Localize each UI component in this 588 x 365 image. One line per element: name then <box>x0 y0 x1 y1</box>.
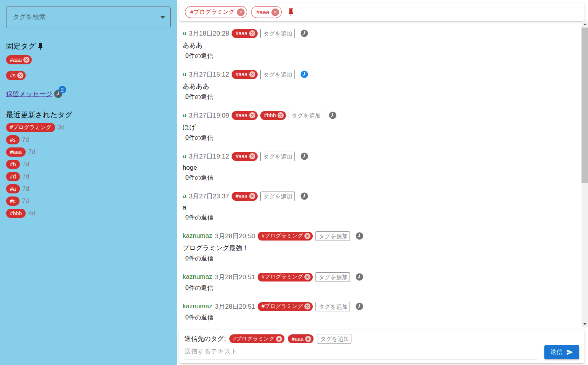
tag-chip[interactable]: #c <box>6 196 20 206</box>
filter-bar: #プログラミング#aaa <box>179 3 585 21</box>
chip-delete-icon[interactable] <box>278 112 284 118</box>
tag-chip[interactable]: #b <box>6 160 20 169</box>
schedule-clock-button[interactable] <box>355 302 364 311</box>
clock-icon <box>355 302 364 311</box>
reply-count-link[interactable]: 0件の返信 <box>185 255 581 263</box>
reply-count-link[interactable]: 0件の返信 <box>185 93 581 101</box>
sidebar: 固定タグ #aaa#s 保留メッセージ 2 最近更新されたタグ #プログラミング… <box>0 0 177 365</box>
chip-delete-icon[interactable] <box>305 336 311 342</box>
tag-chip[interactable]: #aaa <box>232 29 257 38</box>
tag-search-combobox[interactable] <box>6 6 171 28</box>
scroll-up-arrow[interactable] <box>581 21 588 28</box>
chevron-down-icon[interactable] <box>160 16 165 19</box>
tag-chip[interactable]: #bbb <box>260 111 286 120</box>
chip-delete-icon[interactable] <box>304 233 310 239</box>
clock-icon <box>355 232 364 240</box>
tag-age-label: 3d <box>58 124 65 131</box>
message-text-input[interactable] <box>185 344 537 360</box>
chip-delete-icon[interactable] <box>304 274 310 280</box>
message-username: kaznumaz <box>183 273 212 281</box>
add-tag-input[interactable] <box>317 334 351 344</box>
add-tag-input[interactable] <box>260 29 295 38</box>
tag-chip[interactable]: #a <box>6 184 20 193</box>
chip-delete-icon[interactable] <box>271 8 279 16</box>
chip-delete-icon[interactable] <box>276 336 282 342</box>
tag-chip[interactable]: #aaa <box>6 55 32 64</box>
add-tag-input[interactable] <box>289 111 323 120</box>
schedule-clock-button[interactable] <box>300 152 309 160</box>
add-tag-input[interactable] <box>260 152 295 161</box>
tag-chip-label: #プログラミング <box>261 232 303 239</box>
message-header: kaznumaz3月28日20:51#プログラミング <box>183 272 581 282</box>
tag-chip[interactable]: #プログラミング <box>258 232 313 241</box>
tag-chip[interactable]: #プログラミング <box>6 123 55 132</box>
add-tag-input[interactable] <box>315 231 350 241</box>
add-tag-input[interactable] <box>315 272 350 282</box>
tag-chip-label: #a <box>10 186 16 192</box>
tag-chip[interactable]: #aaa <box>232 70 257 79</box>
chip-delete-icon[interactable] <box>23 57 29 63</box>
tag-chip[interactable]: #aaa <box>232 192 257 201</box>
schedule-clock-button[interactable] <box>328 111 337 119</box>
held-messages-link[interactable]: 保留メッセージ <box>6 90 52 98</box>
schedule-clock-button[interactable] <box>355 273 364 281</box>
reply-count-link[interactable]: 0件の返信 <box>185 174 581 182</box>
tag-chip-label: #b <box>10 161 16 167</box>
reply-count-link[interactable]: 0件の返信 <box>185 284 581 292</box>
compose-tags-label: 送信先のタグ: <box>185 334 226 343</box>
chip-delete-icon[interactable] <box>304 303 310 309</box>
tag-chip-label: #bbb <box>10 210 22 216</box>
tag-chip-label: #プログラミング <box>261 273 303 280</box>
schedule-clock-button[interactable] <box>300 70 309 79</box>
chip-delete-icon[interactable] <box>17 72 23 79</box>
message-item: a3月27日19:12#aaahoge0件の返信 <box>183 151 581 182</box>
add-tag-input[interactable] <box>315 302 350 311</box>
tag-chip[interactable]: #プログラミング <box>229 334 284 343</box>
held-clock-wrap: 2 <box>54 89 63 98</box>
filter-pin-icon[interactable] <box>286 8 296 17</box>
chip-delete-icon[interactable] <box>249 71 255 77</box>
message-timestamp: 3月27日23:37 <box>189 192 229 201</box>
schedule-clock-button[interactable] <box>300 192 309 200</box>
tag-chip-label: #aaa <box>235 112 247 118</box>
message-body: ほげ <box>183 123 581 132</box>
tag-chip[interactable]: #d <box>6 172 20 181</box>
scrollbar-thumb[interactable] <box>581 28 588 183</box>
tag-chip[interactable]: #aaa <box>288 334 314 343</box>
reply-count-link[interactable]: 0件の返信 <box>185 314 581 322</box>
chip-delete-icon[interactable] <box>249 153 255 159</box>
scrollbar[interactable] <box>581 21 588 327</box>
recent-tag-row: #aaa7d <box>6 147 171 157</box>
tag-chip[interactable]: #aaa <box>232 152 257 161</box>
message-item: a3月27日15:12#aaaああああ0件の返信 <box>183 69 581 101</box>
tag-search-input[interactable] <box>12 13 157 21</box>
schedule-clock-button[interactable] <box>355 232 364 240</box>
tag-chip[interactable]: #aaa <box>232 111 257 120</box>
chip-delete-icon[interactable] <box>237 8 245 16</box>
tag-chip-label: #aaa <box>235 30 247 36</box>
message-username: a <box>183 111 186 119</box>
tag-chip[interactable]: #s <box>6 135 20 144</box>
tag-chip[interactable]: #aaa <box>251 6 282 18</box>
add-tag-input[interactable] <box>260 70 295 79</box>
clock-icon <box>300 152 309 160</box>
add-tag-input[interactable] <box>260 192 295 201</box>
tag-chip[interactable]: #aaa <box>6 147 26 157</box>
tag-chip[interactable]: #プログラミング <box>258 302 313 311</box>
chip-delete-icon[interactable] <box>249 193 255 199</box>
reply-count-link[interactable]: 0件の返信 <box>185 134 581 142</box>
tag-chip[interactable]: #プログラミング <box>185 6 247 18</box>
reply-count-link[interactable]: 0件の返信 <box>185 214 581 222</box>
send-button[interactable]: 送信 <box>544 345 579 359</box>
scroll-down-arrow[interactable] <box>581 321 588 327</box>
tag-chip[interactable]: #bbb <box>6 209 26 218</box>
reply-count-link[interactable]: 0件の返信 <box>185 52 581 60</box>
message-username: a <box>183 29 186 37</box>
tag-chip[interactable]: #s <box>6 71 26 80</box>
chip-delete-icon[interactable] <box>249 112 255 118</box>
message-body: ああああ <box>183 82 581 91</box>
schedule-clock-button[interactable] <box>300 29 309 38</box>
recent-tag-row: #bbb8d <box>6 209 171 218</box>
tag-chip[interactable]: #プログラミング <box>258 273 313 282</box>
chip-delete-icon[interactable] <box>249 30 255 36</box>
